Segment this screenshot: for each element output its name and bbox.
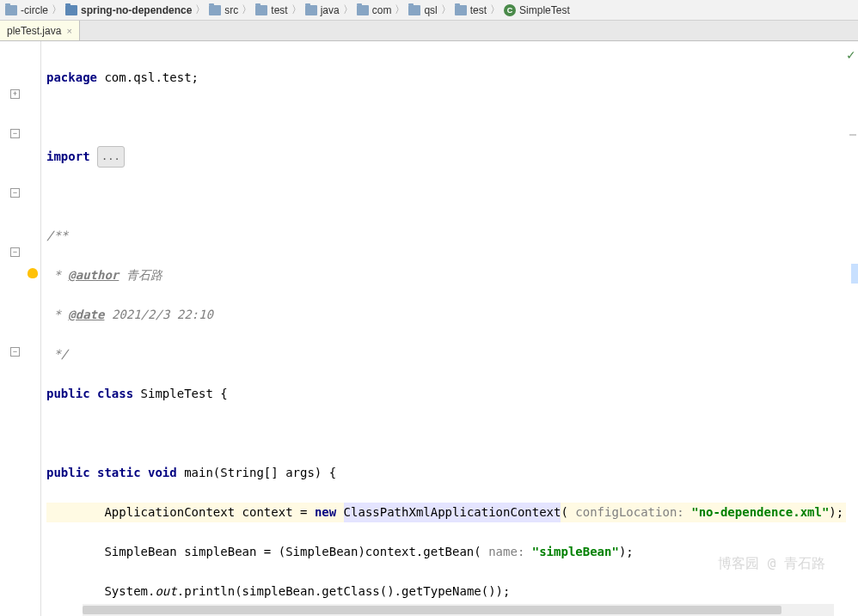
breadcrumb-label: test xyxy=(470,4,487,16)
code-text: SimpleTest { xyxy=(141,384,228,404)
breadcrumb-sep: 〉 xyxy=(242,3,252,17)
right-gutter[interactable]: ✓ xyxy=(846,41,858,616)
check-icon: ✓ xyxy=(846,48,856,62)
breadcrumb-label: java xyxy=(321,4,340,16)
gutter[interactable]: + − − − − xyxy=(0,41,41,616)
code-field: out xyxy=(155,582,176,601)
editor-tabs: pleTest.java × xyxy=(0,21,858,41)
code-text: ( xyxy=(561,503,567,522)
breadcrumb-item-test[interactable]: test xyxy=(254,4,289,16)
breadcrumb-item-circle[interactable]: -circle xyxy=(3,4,50,16)
fold-end-icon[interactable]: − xyxy=(10,347,20,357)
code-kw: package xyxy=(46,68,97,88)
code-param: name: xyxy=(481,542,532,562)
folder-icon xyxy=(255,5,267,15)
code-doc: */ xyxy=(46,345,68,364)
breadcrumb-sep: 〉 xyxy=(441,3,451,17)
breadcrumb-sep: 〉 xyxy=(291,3,302,17)
code-doctag: @date xyxy=(68,305,104,325)
breadcrumb-label: qsl xyxy=(424,4,437,16)
close-icon[interactable]: × xyxy=(66,26,71,36)
breadcrumb-label: com xyxy=(372,4,392,16)
breadcrumb-item-java[interactable]: java xyxy=(303,4,341,16)
code-param: configLocation: xyxy=(568,503,691,522)
code-text: .println(simpleBean.getClass().getTypeNa… xyxy=(177,582,511,601)
code-text: ); xyxy=(829,503,843,522)
folder-icon xyxy=(65,5,77,15)
breadcrumb-item-class[interactable]: C SimpleTest xyxy=(502,4,572,16)
code-kw: public static void xyxy=(46,463,184,483)
folder-icon xyxy=(357,5,369,15)
breadcrumb-item-src[interactable]: src xyxy=(207,4,240,16)
fold-collapse-icon[interactable]: − xyxy=(10,129,20,138)
breadcrumb-item-test2[interactable]: test xyxy=(453,4,488,16)
breadcrumb-sep: 〉 xyxy=(395,3,405,17)
code-doc: * xyxy=(46,265,68,285)
fold-collapse-icon[interactable]: − xyxy=(10,188,20,198)
folder-icon xyxy=(408,5,420,15)
caret-marker xyxy=(851,264,858,284)
code-kw: public class xyxy=(46,384,141,404)
code-text: main(String[] args) { xyxy=(184,463,336,483)
breadcrumb: -circle 〉 spring-no-dependence 〉 src 〉 t… xyxy=(0,0,858,21)
horizontal-scrollbar[interactable] xyxy=(83,604,834,616)
breadcrumb-label: -circle xyxy=(21,4,48,16)
code-string: "simpleBean" xyxy=(532,542,619,562)
code-kw: import xyxy=(46,147,97,167)
folder-icon xyxy=(209,5,221,15)
scrollbar-thumb[interactable] xyxy=(83,606,781,614)
breadcrumb-label: test xyxy=(271,4,287,16)
fold-expand-icon[interactable]: + xyxy=(10,89,20,99)
folder-icon xyxy=(455,5,467,15)
code-doc: /** xyxy=(46,226,68,246)
code-content[interactable]: package com.qsl.test; import ... /** * @… xyxy=(41,41,846,616)
code-kw: new xyxy=(315,503,344,522)
breadcrumb-sep: 〉 xyxy=(490,3,500,17)
fold-placeholder[interactable]: ... xyxy=(97,146,125,168)
code-doc: 2021/2/3 22:10 xyxy=(104,305,212,325)
breadcrumb-item-spring[interactable]: spring-no-dependence xyxy=(64,4,193,16)
breadcrumb-label: src xyxy=(224,4,238,16)
bulb-icon[interactable] xyxy=(28,268,38,278)
breadcrumb-sep: 〉 xyxy=(343,3,353,17)
breadcrumb-item-com[interactable]: com xyxy=(355,4,394,16)
code-class-ref: ClassPathXmlApplicationContext xyxy=(344,503,561,522)
code-string: "no-dependence.xml" xyxy=(691,503,829,522)
code-doctag: @author xyxy=(68,265,119,285)
breadcrumb-label: spring-no-dependence xyxy=(81,4,192,16)
breadcrumb-sep: 〉 xyxy=(195,3,205,17)
code-doc: 青石路 xyxy=(119,265,162,285)
class-icon: C xyxy=(504,4,516,16)
code-text: com.qsl.test; xyxy=(97,68,199,88)
folder-icon xyxy=(305,5,317,15)
tab-simpletest[interactable]: pleTest.java × xyxy=(0,21,80,40)
marker-icon[interactable] xyxy=(849,134,856,136)
code-doc: * xyxy=(46,305,68,325)
code-text: ApplicationContext context = xyxy=(46,503,315,522)
tab-label: pleTest.java xyxy=(7,25,61,37)
editor-area: + − − − − package com.qsl.test; import .… xyxy=(0,41,858,616)
folder-icon xyxy=(5,5,17,15)
code-text: System. xyxy=(46,582,155,601)
watermark: 博客园 @ 青石路 xyxy=(718,553,825,573)
breadcrumb-label: SimpleTest xyxy=(519,4,570,16)
breadcrumb-item-qsl[interactable]: qsl xyxy=(407,4,438,16)
fold-collapse-icon[interactable]: − xyxy=(10,247,20,257)
code-text: SimpleBean simpleBean = (SimpleBean)cont… xyxy=(46,542,481,562)
breadcrumb-sep: 〉 xyxy=(52,3,62,17)
code-text: ); xyxy=(619,542,634,562)
